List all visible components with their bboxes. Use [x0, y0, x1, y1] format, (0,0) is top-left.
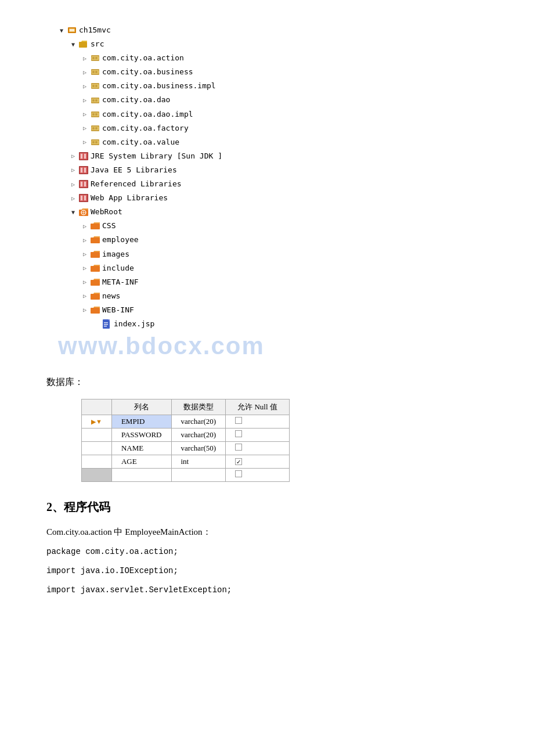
library-label: Java EE 5 Libraries — [91, 164, 177, 177]
package-factory[interactable]: ▷ com.city.oa.factory — [58, 121, 511, 135]
file-index-jsp[interactable]: ▷ index.jsp — [58, 317, 511, 331]
folder-icon — [91, 305, 100, 315]
root-label: ch15mvc — [79, 24, 111, 37]
svg-rect-12 — [95, 71, 98, 73]
table-row: AGE int ✓ — [82, 455, 290, 469]
col-null-cell: ✓ — [226, 455, 290, 469]
svg-rect-80 — [104, 326, 107, 327]
svg-rect-16 — [95, 85, 98, 87]
svg-rect-8 — [95, 57, 98, 59]
svg-rect-27 — [92, 127, 95, 129]
package-label: com.city.oa.business.impl — [102, 80, 216, 92]
folder-icon — [91, 264, 100, 273]
col-type-cell: int — [171, 455, 226, 469]
arrow-icon: ▷ — [81, 67, 88, 77]
folder-icon — [91, 278, 100, 287]
arrow-icon: ▷ — [81, 109, 88, 119]
svg-rect-11 — [92, 71, 95, 73]
library-javaee[interactable]: ▷ Java EE 5 Libraries — [58, 163, 511, 177]
svg-rect-7 — [92, 57, 95, 59]
package-icon — [91, 53, 100, 63]
col-header-name: 列名 — [111, 399, 171, 415]
svg-marker-73 — [91, 293, 100, 294]
svg-rect-70 — [91, 280, 100, 286]
arrow-icon: ▼ — [70, 207, 77, 217]
svg-rect-20 — [95, 99, 98, 102]
library-icon — [79, 179, 88, 189]
library-jre[interactable]: ▷ JRE System Library [Sun JDK ] — [58, 149, 511, 163]
folder-label: images — [102, 248, 129, 261]
webroot-icon — [79, 207, 88, 217]
arrow-icon: ▷ — [81, 53, 88, 63]
svg-rect-43 — [81, 168, 82, 172]
row-indicator — [82, 442, 112, 455]
package-action[interactable]: ▷ com.city.oa.action — [58, 51, 511, 65]
folder-employee[interactable]: ▷ employee — [58, 233, 511, 247]
row-indicator — [82, 469, 112, 482]
svg-rect-15 — [92, 85, 95, 87]
arrow-icon: ▷ — [81, 235, 88, 245]
library-label: Referenced Libraries — [91, 178, 182, 190]
package-business-impl[interactable]: ▷ com.city.oa.business.impl — [58, 79, 511, 93]
col-type-cell: varchar(20) — [171, 415, 226, 429]
folder-icon — [91, 221, 100, 231]
arrow-icon: ▷ — [81, 137, 88, 147]
folder-webinf[interactable]: ▷ WEB-INF — [58, 303, 511, 317]
arrow-icon: ▷ — [81, 81, 88, 91]
svg-rect-24 — [95, 113, 98, 116]
arrow-icon: ▷ — [81, 263, 88, 273]
table-row-empty — [82, 469, 290, 482]
svg-rect-79 — [104, 324, 108, 325]
src-icon — [79, 39, 88, 49]
svg-rect-31 — [92, 141, 95, 143]
file-label: index.jsp — [114, 318, 154, 330]
tree-root-item[interactable]: ▼ ch15mvc — [58, 23, 511, 37]
row-key-indicator: ▶▼ — [82, 415, 112, 429]
arrow-icon: ▷ — [81, 249, 88, 259]
svg-rect-62 — [91, 224, 100, 229]
arrow-icon: ▷ — [70, 151, 77, 161]
package-business[interactable]: ▷ com.city.oa.business — [58, 65, 511, 79]
package-label: com.city.oa.value — [102, 136, 179, 149]
svg-rect-3 — [79, 42, 87, 48]
folder-include[interactable]: ▷ include — [58, 261, 511, 275]
svg-rect-72 — [91, 294, 100, 300]
col-type-cell — [171, 469, 226, 482]
package-icon — [91, 96, 100, 105]
db-section-label: 数据库： — [46, 376, 511, 388]
svg-marker-71 — [91, 279, 100, 280]
watermark-area: www.bdocx.com — [23, 337, 511, 360]
svg-marker-65 — [91, 236, 100, 237]
package-dao[interactable]: ▷ com.city.oa.dao — [58, 93, 511, 107]
library-webapp[interactable]: ▷ Web App Libraries — [58, 191, 511, 205]
arrow-icon: ▼ — [58, 26, 65, 35]
svg-rect-44 — [84, 168, 86, 172]
package-value[interactable]: ▷ com.city.oa.value — [58, 135, 511, 149]
col-type-cell: varchar(50) — [171, 442, 226, 455]
svg-rect-78 — [104, 322, 108, 323]
col-type-cell: varchar(20) — [171, 429, 226, 442]
code-line-2: import java.io.IOException; — [46, 564, 511, 578]
folder-news[interactable]: ▷ news — [58, 289, 511, 303]
svg-rect-56 — [84, 196, 86, 200]
project-icon — [67, 26, 77, 35]
library-referenced[interactable]: ▷ Referenced Libraries — [58, 177, 511, 191]
tree-src-item[interactable]: ▼ src — [58, 37, 511, 51]
package-dao-impl[interactable]: ▷ com.city.oa.dao.impl — [58, 107, 511, 121]
package-icon — [91, 67, 100, 77]
svg-rect-23 — [92, 113, 95, 116]
package-icon — [91, 124, 100, 133]
svg-rect-38 — [84, 154, 86, 159]
col-header-null: 允许 Null 值 — [226, 399, 290, 415]
col-name-cell: EMPID — [111, 415, 171, 429]
tree-webroot-item[interactable]: ▼ WebRoot — [58, 205, 511, 219]
checkbox-unchecked — [235, 470, 242, 477]
package-icon — [91, 110, 100, 119]
folder-icon — [91, 235, 100, 244]
svg-rect-74 — [91, 308, 100, 314]
folder-images[interactable]: ▷ images — [58, 247, 511, 261]
package-icon — [91, 138, 100, 147]
folder-metainf[interactable]: ▷ META-INF — [58, 275, 511, 289]
arrow-icon: ▷ — [70, 165, 77, 175]
folder-css[interactable]: ▷ CSS — [58, 219, 511, 233]
